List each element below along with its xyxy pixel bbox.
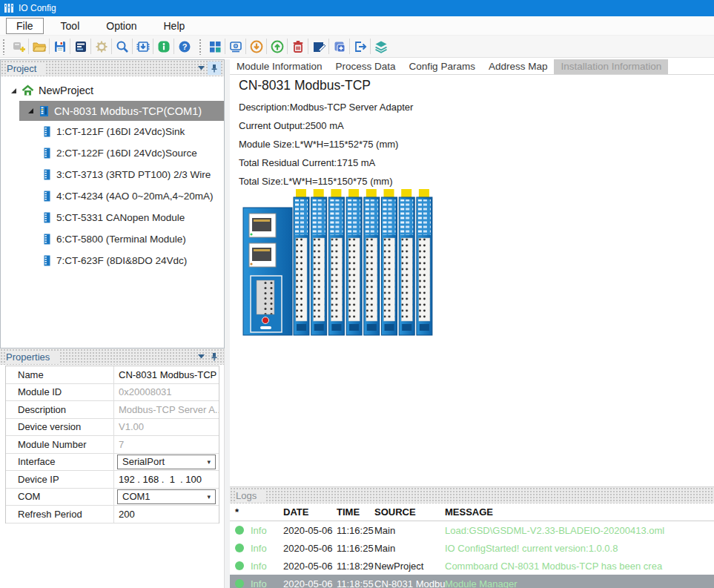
settings-button[interactable] (91, 37, 111, 56)
menu-file[interactable]: File (6, 18, 44, 34)
log-row[interactable]: Info 2020-05-06 11:16:25 Main IO ConfigS… (230, 539, 714, 557)
project-panel: Project NewProject (0, 59, 225, 348)
log-window-button[interactable] (70, 37, 90, 56)
tab-module-information[interactable]: Module Information (230, 59, 329, 74)
help-icon: ? (177, 39, 192, 54)
property-label: Refresh Period (6, 506, 114, 523)
log-col-date[interactable]: DATE (283, 506, 337, 518)
log-row[interactable]: Info 2020-05-06 11:16:25 Main Load:GSD\G… (230, 521, 714, 539)
log-time: 11:16:25 (337, 543, 374, 554)
tree-node-project[interactable]: NewProject (1, 80, 224, 101)
properties-panel: Properties Name CN-8031 Modbus-TCP Modul… (0, 348, 225, 588)
upload-icon (270, 39, 285, 54)
com-combobox[interactable]: COM1 ▾ (117, 489, 216, 504)
help-button[interactable]: ? (174, 37, 194, 56)
copy-add-button[interactable] (329, 37, 349, 56)
property-label: Device version (6, 419, 114, 436)
io-module-icon (44, 126, 50, 137)
module-total-size: Total Size:L*W*H=115*150*75 (mm) (239, 176, 393, 187)
properties-collapse-button[interactable] (194, 350, 208, 363)
tree-node-module[interactable]: 4:CT-4234 (4AO 0~20mA,4~20mA) (1, 185, 224, 207)
tab-config-params[interactable]: Config Params (403, 59, 482, 74)
toolbar-grip[interactable] (199, 39, 202, 55)
properties-pin-button[interactable] (208, 350, 221, 363)
download-button[interactable] (246, 37, 266, 56)
chevron-down-icon: ▾ (207, 493, 211, 501)
log-col-time[interactable]: TIME (337, 506, 374, 518)
new-project-button[interactable] (8, 37, 28, 56)
scan-button[interactable] (225, 37, 245, 56)
info-dot-icon (235, 544, 244, 552)
app-icon (4, 3, 14, 13)
firmware-download-button[interactable] (133, 37, 153, 56)
properties-panel-header: Properties (0, 348, 224, 365)
device-module-icon (39, 105, 49, 117)
tree-node-module[interactable]: 3:CT-3713 (3RTD PT100) 2/3 Wire (1, 164, 224, 185)
tab-installation-information[interactable]: Installation Information (554, 59, 668, 74)
interface-combobox[interactable]: SerialPort ▾ (117, 455, 216, 469)
log-col-message[interactable]: MESSAGE (445, 506, 714, 518)
com-combobox-value: COM1 (122, 491, 151, 502)
modules-button[interactable] (205, 37, 225, 56)
save-button[interactable] (50, 37, 70, 56)
module-information-content: CN-8031 Modbus-TCP Description:Modbus-TC… (230, 75, 714, 486)
window-title: IO Config (19, 3, 56, 13)
tree-node-module[interactable]: 5:CT-5331 CANopen Module (1, 207, 224, 228)
tree-node-label: 4:CT-4234 (4AO 0~20mA,4~20mA) (56, 191, 214, 202)
open-button[interactable] (29, 37, 49, 56)
property-row: COM COM1 ▾ (6, 489, 219, 506)
property-label: Interface (6, 454, 114, 471)
property-value-device-version: V1.00 (114, 421, 219, 432)
property-value-module-number: 7 (114, 439, 219, 450)
toolbar: ? (0, 36, 714, 58)
expander-icon[interactable] (27, 108, 34, 114)
module-residual-current: Total Residual Current:1715 mA (239, 157, 375, 168)
refresh-period-field[interactable]: 200 (114, 509, 219, 520)
tree-node-label: CN-8031 Modbus-TCP(COM1) (54, 105, 202, 117)
export-button[interactable] (350, 37, 370, 56)
log-col-source[interactable]: SOURCE (374, 506, 445, 518)
toolbar-grip[interactable] (2, 39, 6, 55)
project-panel-title: Project (7, 63, 45, 74)
project-pin-button[interactable] (208, 62, 221, 75)
vertical-splitter[interactable] (225, 59, 230, 588)
menu-help[interactable]: Help (154, 19, 195, 33)
menu-option[interactable]: Option (96, 19, 146, 33)
search-button[interactable] (112, 37, 132, 56)
property-row: Module ID 0x20008031 (6, 384, 219, 402)
project-collapse-button[interactable] (194, 62, 208, 75)
log-level: Info (251, 561, 267, 572)
property-row: Refresh Period 200 (6, 506, 219, 523)
upload-button[interactable] (267, 37, 287, 56)
tab-process-data[interactable]: Process Data (329, 59, 403, 74)
tree-node-module[interactable]: 6:CT-5800 (Terminal Module) (1, 228, 224, 250)
log-date: 2020-05-06 (283, 525, 337, 536)
layers-button[interactable] (371, 37, 391, 56)
project-tree: NewProject CN-8031 Modbus-TCP(COM1) 1:CT… (1, 76, 224, 271)
info-icon (156, 39, 171, 54)
log-time: 11:18:29 (337, 561, 374, 572)
device-ip-field[interactable]: 192 . 168 . 1 . 100 (114, 474, 219, 485)
tab-address-map[interactable]: Address Map (482, 59, 555, 74)
property-value-name[interactable]: CN-8031 Modbus-TCP (114, 369, 219, 380)
info-button[interactable] (153, 37, 173, 56)
tree-node-module[interactable]: 7:CT-623F (8DI&8DO 24Vdc) (1, 250, 224, 271)
log-row-selected[interactable]: Info 2020-05-06 11:18:55 CN-8031 Modbus-… (230, 575, 714, 588)
property-label: Module ID (6, 384, 114, 401)
edit-button[interactable] (308, 37, 328, 56)
tree-node-label: 1:CT-121F (16DI 24Vdc)Sink (56, 126, 185, 137)
property-row: Device version V1.00 (6, 419, 219, 437)
tree-node-module[interactable]: 2:CT-122F (16DI 24Vdc)Source (1, 142, 224, 164)
tree-node-device[interactable]: CN-8031 Modbus-TCP(COM1) (19, 101, 224, 121)
expander-icon[interactable] (10, 87, 17, 94)
io-module-icon (44, 234, 50, 245)
tree-node-module[interactable]: 1:CT-121F (16DI 24Vdc)Sink (1, 121, 224, 142)
menu-tool[interactable]: Tool (51, 19, 90, 33)
log-row[interactable]: Info 2020-05-06 11:18:29 NewProject Comm… (230, 557, 714, 575)
menu-bar: File Tool Option Help (0, 16, 714, 36)
delete-button[interactable] (288, 37, 308, 56)
log-col-star[interactable]: * (230, 506, 283, 518)
log-level: Info (251, 578, 267, 588)
log-message: Load:GSD\GSDML-V2.33-BLADEIO-20200413.om… (445, 525, 714, 536)
log-date: 2020-05-06 (283, 561, 337, 572)
